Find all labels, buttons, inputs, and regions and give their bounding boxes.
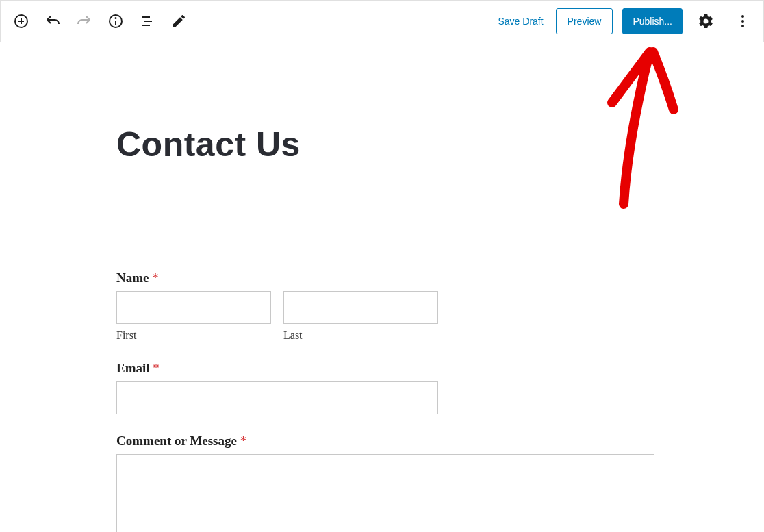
email-field-group: Email * — [116, 361, 648, 414]
page-title[interactable]: Contact Us — [116, 125, 648, 164]
required-marker: * — [153, 361, 160, 375]
required-marker: * — [152, 270, 159, 285]
editor-content: Contact Us Name * First Last Email * Com… — [0, 42, 764, 532]
outline-button[interactable] — [133, 8, 161, 35]
first-name-input[interactable] — [116, 291, 271, 324]
edit-button[interactable] — [165, 8, 192, 35]
editor-toolbar: Save Draft Preview Publish... — [0, 0, 764, 42]
last-sub-label: Last — [283, 329, 438, 342]
plus-circle-icon — [13, 13, 29, 29]
name-row: First Last — [116, 291, 648, 342]
outline-icon — [139, 13, 155, 29]
svg-point-11 — [741, 25, 744, 27]
svg-point-5 — [116, 18, 116, 18]
toolbar-left-group — [8, 8, 192, 35]
pencil-icon — [170, 13, 187, 29]
preview-button[interactable]: Preview — [556, 8, 613, 34]
redo-button[interactable] — [71, 8, 98, 35]
redo-icon — [76, 13, 92, 29]
email-label-text: Email — [116, 361, 150, 375]
undo-button[interactable] — [39, 8, 66, 35]
info-button[interactable] — [102, 8, 129, 35]
name-field-group: Name * First Last — [116, 270, 648, 342]
message-textarea[interactable] — [116, 454, 654, 532]
message-label-text: Comment or Message — [116, 433, 237, 448]
svg-point-10 — [741, 20, 744, 23]
message-label: Comment or Message * — [116, 433, 648, 448]
save-draft-button[interactable]: Save Draft — [495, 10, 546, 32]
publish-button[interactable]: Publish... — [622, 8, 683, 34]
more-options-button[interactable] — [729, 8, 756, 35]
name-label-text: Name — [116, 270, 149, 285]
required-marker: * — [240, 433, 247, 448]
email-label: Email * — [116, 361, 648, 376]
more-vertical-icon — [735, 13, 751, 29]
svg-point-9 — [741, 15, 744, 18]
last-name-input[interactable] — [283, 291, 438, 324]
add-block-button[interactable] — [8, 8, 35, 35]
message-field-group: Comment or Message * — [116, 433, 648, 532]
first-name-col: First — [116, 291, 271, 342]
undo-icon — [44, 13, 61, 29]
info-icon — [107, 13, 124, 29]
last-name-col: Last — [283, 291, 438, 342]
toolbar-right-group: Save Draft Preview Publish... — [495, 8, 756, 35]
first-sub-label: First — [116, 329, 271, 342]
gear-icon — [698, 13, 714, 29]
name-label: Name * — [116, 270, 648, 286]
settings-button[interactable] — [692, 8, 720, 35]
email-input[interactable] — [116, 381, 438, 414]
